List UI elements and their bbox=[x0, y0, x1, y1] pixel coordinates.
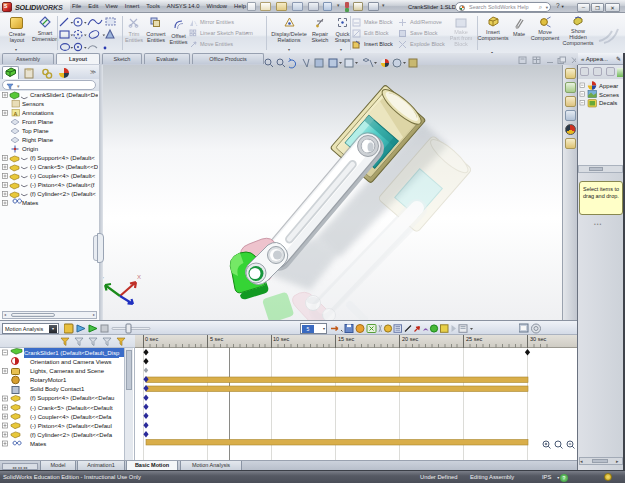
svg-text:Annotations: Annotations bbox=[22, 110, 54, 116]
svg-text:(-) Coupler<4> (Default<: (-) Coupler<4> (Default< bbox=[30, 173, 96, 179]
svg-text:Appear: Appear bbox=[599, 83, 618, 89]
svg-text:0 sec: 0 sec bbox=[145, 336, 158, 342]
svg-text:(-) Crank<5> (Default<<D: (-) Crank<5> (Default<<D bbox=[30, 164, 98, 170]
svg-text:Scenes: Scenes bbox=[599, 92, 619, 98]
svg-text:X: X bbox=[137, 274, 141, 280]
svg-text:(-) Piston<4> (Default<(f: (-) Piston<4> (Default<(f bbox=[30, 182, 95, 188]
svg-text:CrankSlider1 (Default<Defau: CrankSlider1 (Default<Defau bbox=[30, 92, 98, 98]
svg-text:25 sec: 25 sec bbox=[466, 336, 482, 342]
svg-text:30 sec: 30 sec bbox=[530, 336, 546, 342]
svg-text:(f) Cylinder<2> (Default<: (f) Cylinder<2> (Default< bbox=[30, 191, 96, 197]
svg-text:Sensors: Sensors bbox=[22, 101, 44, 107]
svg-text:Decals: Decals bbox=[599, 100, 617, 106]
svg-text:Right Plane: Right Plane bbox=[22, 137, 54, 143]
svg-text:10 sec: 10 sec bbox=[273, 336, 289, 342]
svg-text:15 sec: 15 sec bbox=[338, 336, 354, 342]
svg-text:Top Plane: Top Plane bbox=[22, 128, 49, 134]
svg-text:A: A bbox=[14, 111, 18, 117]
svg-text:(f) Support<4> (Default<: (f) Support<4> (Default< bbox=[30, 155, 95, 161]
svg-text:Mates: Mates bbox=[22, 200, 38, 206]
svg-text:Origin: Origin bbox=[22, 146, 38, 152]
svg-text:Front Plane: Front Plane bbox=[22, 119, 54, 125]
svg-text:5 sec: 5 sec bbox=[210, 336, 223, 342]
svg-text:20 sec: 20 sec bbox=[402, 336, 418, 342]
